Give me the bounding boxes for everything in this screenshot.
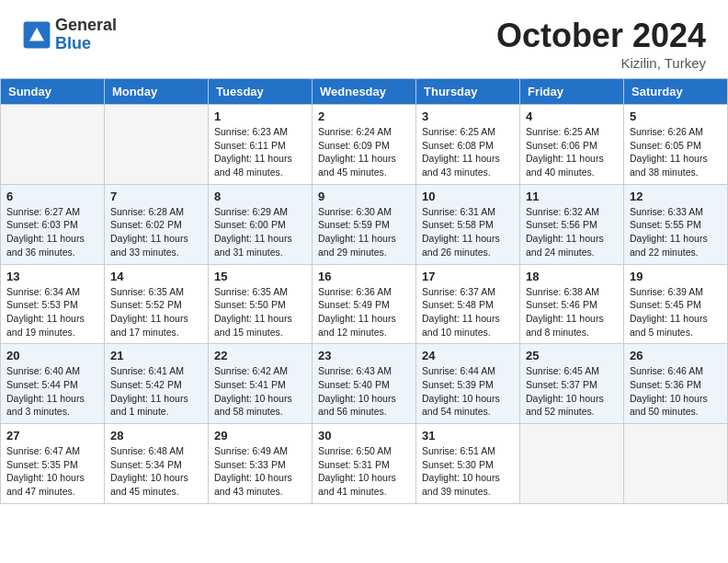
day-info: Sunrise: 6:38 AMSunset: 5:46 PMDaylight:… bbox=[526, 285, 618, 339]
calendar-day-cell: 11Sunrise: 6:32 AMSunset: 5:56 PMDayligh… bbox=[520, 184, 624, 264]
day-number: 7 bbox=[110, 190, 202, 203]
day-info: Sunrise: 6:36 AMSunset: 5:49 PMDaylight:… bbox=[318, 285, 410, 339]
calendar-day-cell bbox=[1, 105, 105, 185]
day-info: Sunrise: 6:26 AMSunset: 6:05 PMDaylight:… bbox=[630, 125, 722, 179]
logo: General Blue bbox=[22, 17, 117, 53]
day-info: Sunrise: 6:42 AMSunset: 5:41 PMDaylight:… bbox=[214, 364, 306, 419]
day-info: Sunrise: 6:25 AMSunset: 6:06 PMDaylight:… bbox=[526, 125, 618, 179]
calendar-day-cell: 21Sunrise: 6:41 AMSunset: 5:42 PMDayligh… bbox=[105, 344, 209, 424]
calendar-day-cell: 12Sunrise: 6:33 AMSunset: 5:55 PMDayligh… bbox=[624, 184, 728, 264]
day-info: Sunrise: 6:41 AMSunset: 5:42 PMDaylight:… bbox=[110, 364, 202, 419]
day-info: Sunrise: 6:33 AMSunset: 5:55 PMDaylight:… bbox=[630, 205, 722, 259]
weekday-header-sunday: Sunday bbox=[1, 79, 105, 105]
day-number: 10 bbox=[422, 190, 514, 203]
calendar-day-cell: 20Sunrise: 6:40 AMSunset: 5:44 PMDayligh… bbox=[1, 344, 105, 424]
day-number: 31 bbox=[422, 429, 514, 442]
day-info: Sunrise: 6:37 AMSunset: 5:48 PMDaylight:… bbox=[422, 285, 514, 339]
day-number: 18 bbox=[526, 270, 618, 283]
weekday-header-row: SundayMondayTuesdayWednesdayThursdayFrid… bbox=[1, 79, 728, 105]
calendar-day-cell: 1Sunrise: 6:23 AMSunset: 6:11 PMDaylight… bbox=[209, 105, 313, 185]
logo-icon bbox=[22, 20, 51, 50]
logo-blue-label: Blue bbox=[55, 35, 117, 53]
day-number: 27 bbox=[6, 429, 98, 442]
calendar-day-cell: 6Sunrise: 6:27 AMSunset: 6:03 PMDaylight… bbox=[1, 184, 105, 264]
calendar-day-cell: 13Sunrise: 6:34 AMSunset: 5:53 PMDayligh… bbox=[1, 264, 105, 344]
day-number: 14 bbox=[110, 270, 202, 283]
day-number: 19 bbox=[630, 270, 722, 283]
weekday-header-thursday: Thursday bbox=[416, 79, 520, 105]
day-info: Sunrise: 6:34 AMSunset: 5:53 PMDaylight:… bbox=[6, 285, 98, 339]
day-number: 25 bbox=[526, 349, 618, 362]
day-info: Sunrise: 6:25 AMSunset: 6:08 PMDaylight:… bbox=[422, 125, 514, 179]
day-info: Sunrise: 6:23 AMSunset: 6:11 PMDaylight:… bbox=[214, 125, 306, 179]
day-number: 30 bbox=[318, 429, 410, 442]
day-number: 1 bbox=[214, 109, 306, 123]
title-block: October 2024 Kizilin, Turkey bbox=[496, 17, 706, 71]
calendar-day-cell: 19Sunrise: 6:39 AMSunset: 5:45 PMDayligh… bbox=[624, 264, 728, 344]
day-number: 15 bbox=[214, 270, 306, 283]
calendar-day-cell: 18Sunrise: 6:38 AMSunset: 5:46 PMDayligh… bbox=[520, 264, 624, 344]
day-info: Sunrise: 6:43 AMSunset: 5:40 PMDaylight:… bbox=[318, 364, 410, 419]
calendar-day-cell: 25Sunrise: 6:45 AMSunset: 5:37 PMDayligh… bbox=[520, 344, 624, 424]
day-info: Sunrise: 6:28 AMSunset: 6:02 PMDaylight:… bbox=[110, 205, 202, 259]
day-number: 23 bbox=[318, 349, 410, 362]
calendar-day-cell: 28Sunrise: 6:48 AMSunset: 5:34 PMDayligh… bbox=[105, 424, 209, 504]
day-number: 6 bbox=[6, 190, 98, 203]
calendar-day-cell: 2Sunrise: 6:24 AMSunset: 6:09 PMDaylight… bbox=[313, 105, 416, 185]
calendar-day-cell bbox=[105, 105, 209, 185]
weekday-header-saturday: Saturday bbox=[624, 79, 728, 105]
day-number: 22 bbox=[214, 349, 306, 362]
day-number: 21 bbox=[110, 349, 202, 362]
calendar-day-cell: 24Sunrise: 6:44 AMSunset: 5:39 PMDayligh… bbox=[416, 344, 520, 424]
day-number: 12 bbox=[630, 190, 722, 203]
calendar-day-cell: 3Sunrise: 6:25 AMSunset: 6:08 PMDaylight… bbox=[416, 105, 520, 185]
day-info: Sunrise: 6:48 AMSunset: 5:34 PMDaylight:… bbox=[110, 444, 202, 499]
calendar-week-row: 1Sunrise: 6:23 AMSunset: 6:11 PMDaylight… bbox=[1, 105, 728, 185]
calendar: SundayMondayTuesdayWednesdayThursdayFrid… bbox=[0, 78, 728, 504]
day-info: Sunrise: 6:39 AMSunset: 5:45 PMDaylight:… bbox=[630, 285, 722, 339]
weekday-header-tuesday: Tuesday bbox=[209, 79, 313, 105]
calendar-day-cell: 8Sunrise: 6:29 AMSunset: 6:00 PMDaylight… bbox=[209, 184, 313, 264]
day-info: Sunrise: 6:40 AMSunset: 5:44 PMDaylight:… bbox=[6, 364, 98, 419]
calendar-day-cell: 7Sunrise: 6:28 AMSunset: 6:02 PMDaylight… bbox=[105, 184, 209, 264]
calendar-day-cell bbox=[520, 424, 624, 504]
logo-text: General Blue bbox=[55, 17, 117, 53]
day-number: 2 bbox=[318, 109, 410, 123]
calendar-day-cell: 30Sunrise: 6:50 AMSunset: 5:31 PMDayligh… bbox=[313, 424, 416, 504]
calendar-day-cell: 16Sunrise: 6:36 AMSunset: 5:49 PMDayligh… bbox=[313, 264, 416, 344]
calendar-day-cell: 15Sunrise: 6:35 AMSunset: 5:50 PMDayligh… bbox=[209, 264, 313, 344]
calendar-week-row: 6Sunrise: 6:27 AMSunset: 6:03 PMDaylight… bbox=[1, 184, 728, 264]
day-info: Sunrise: 6:31 AMSunset: 5:58 PMDaylight:… bbox=[422, 205, 514, 259]
calendar-day-cell: 14Sunrise: 6:35 AMSunset: 5:52 PMDayligh… bbox=[105, 264, 209, 344]
calendar-day-cell: 5Sunrise: 6:26 AMSunset: 6:05 PMDaylight… bbox=[624, 105, 728, 185]
day-info: Sunrise: 6:35 AMSunset: 5:50 PMDaylight:… bbox=[214, 285, 306, 339]
calendar-day-cell: 27Sunrise: 6:47 AMSunset: 5:35 PMDayligh… bbox=[1, 424, 105, 504]
calendar-day-cell: 22Sunrise: 6:42 AMSunset: 5:41 PMDayligh… bbox=[209, 344, 313, 424]
day-number: 24 bbox=[422, 349, 514, 362]
day-number: 3 bbox=[422, 109, 514, 123]
day-info: Sunrise: 6:35 AMSunset: 5:52 PMDaylight:… bbox=[110, 285, 202, 339]
logo-general-label: General bbox=[55, 17, 117, 35]
day-info: Sunrise: 6:51 AMSunset: 5:30 PMDaylight:… bbox=[422, 444, 514, 499]
day-info: Sunrise: 6:44 AMSunset: 5:39 PMDaylight:… bbox=[422, 364, 514, 419]
day-number: 9 bbox=[318, 190, 410, 203]
calendar-day-cell: 17Sunrise: 6:37 AMSunset: 5:48 PMDayligh… bbox=[416, 264, 520, 344]
calendar-day-cell: 4Sunrise: 6:25 AMSunset: 6:06 PMDaylight… bbox=[520, 105, 624, 185]
calendar-day-cell: 9Sunrise: 6:30 AMSunset: 5:59 PMDaylight… bbox=[313, 184, 416, 264]
day-number: 4 bbox=[526, 109, 618, 123]
day-info: Sunrise: 6:45 AMSunset: 5:37 PMDaylight:… bbox=[526, 364, 618, 419]
calendar-day-cell bbox=[624, 424, 728, 504]
calendar-day-cell: 26Sunrise: 6:46 AMSunset: 5:36 PMDayligh… bbox=[624, 344, 728, 424]
day-number: 5 bbox=[630, 109, 722, 123]
calendar-week-row: 27Sunrise: 6:47 AMSunset: 5:35 PMDayligh… bbox=[1, 424, 728, 504]
day-info: Sunrise: 6:24 AMSunset: 6:09 PMDaylight:… bbox=[318, 125, 410, 179]
day-info: Sunrise: 6:49 AMSunset: 5:33 PMDaylight:… bbox=[214, 444, 306, 499]
header: General Blue October 2024 Kizilin, Turke… bbox=[0, 0, 728, 78]
day-number: 29 bbox=[214, 429, 306, 442]
calendar-week-row: 13Sunrise: 6:34 AMSunset: 5:53 PMDayligh… bbox=[1, 264, 728, 344]
day-number: 20 bbox=[6, 349, 98, 362]
month-title: October 2024 bbox=[496, 17, 706, 55]
day-number: 13 bbox=[6, 270, 98, 283]
day-info: Sunrise: 6:32 AMSunset: 5:56 PMDaylight:… bbox=[526, 205, 618, 259]
day-number: 17 bbox=[422, 270, 514, 283]
